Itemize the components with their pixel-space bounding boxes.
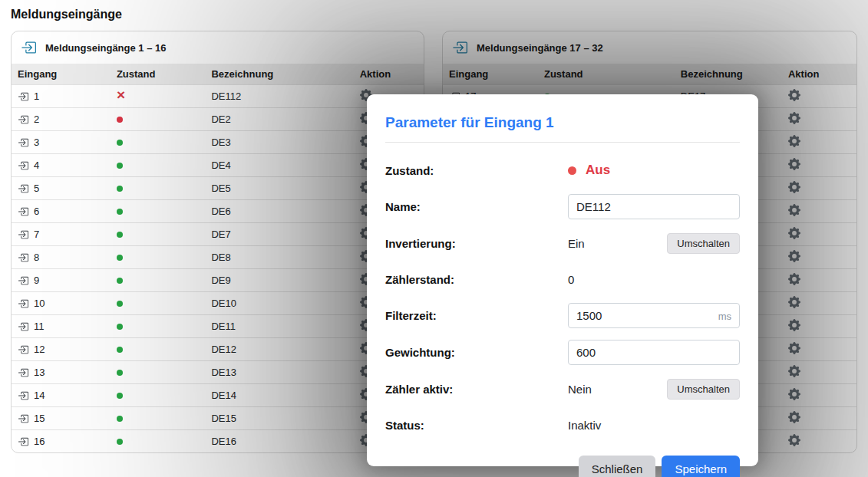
field-name: Name: bbox=[385, 194, 740, 219]
name-input[interactable] bbox=[568, 194, 740, 219]
zaehler-aktiv-toggle-button[interactable]: Umschalten bbox=[667, 379, 740, 400]
modal-footer: Schließen Speichern bbox=[385, 456, 740, 477]
field-label: Name: bbox=[385, 200, 568, 213]
field-status: Status: Inaktiv bbox=[385, 413, 740, 437]
field-label: Invertierung: bbox=[385, 237, 568, 250]
close-button[interactable]: Schließen bbox=[579, 456, 656, 477]
field-label: Zustand: bbox=[385, 164, 568, 177]
filterzeit-input[interactable] bbox=[568, 303, 740, 328]
modal-title: Parameter für Eingang 1 bbox=[385, 114, 740, 131]
field-zaehlerstand: Zählerstand: 0 bbox=[385, 267, 740, 291]
field-invertierung: Invertierung: Ein Umschalten bbox=[385, 231, 740, 255]
field-label: Status: bbox=[385, 419, 568, 432]
field-label: Zählerstand: bbox=[385, 273, 568, 286]
invertierung-value: Ein bbox=[568, 237, 585, 250]
field-label: Filterzeit: bbox=[385, 309, 568, 322]
parameter-modal: Parameter für Eingang 1 Zustand: Aus Nam… bbox=[367, 94, 758, 466]
field-zustand: Zustand: Aus bbox=[385, 158, 740, 183]
field-filterzeit: Filterzeit: ms bbox=[385, 303, 740, 328]
gewichtung-input[interactable] bbox=[568, 340, 740, 365]
zaehler-aktiv-value: Nein bbox=[568, 383, 592, 396]
divider bbox=[385, 142, 740, 143]
page: Meldungseingänge Meldungseingänge 1 – 16… bbox=[0, 0, 868, 477]
state-value: Aus bbox=[568, 163, 610, 178]
modal-backdrop: Parameter für Eingang 1 Zustand: Aus Nam… bbox=[0, 0, 868, 477]
save-button[interactable]: Speichern bbox=[662, 456, 740, 477]
status-value: Inaktiv bbox=[568, 419, 601, 432]
invertierung-toggle-button[interactable]: Umschalten bbox=[667, 233, 740, 254]
field-label: Zähler aktiv: bbox=[385, 383, 568, 396]
field-zaehler-aktiv: Zähler aktiv: Nein Umschalten bbox=[385, 377, 740, 401]
status-dot-red-icon bbox=[568, 166, 576, 175]
field-gewichtung: Gewichtung: bbox=[385, 340, 740, 365]
zaehlerstand-value: 0 bbox=[568, 273, 574, 286]
field-label: Gewichtung: bbox=[385, 346, 568, 359]
